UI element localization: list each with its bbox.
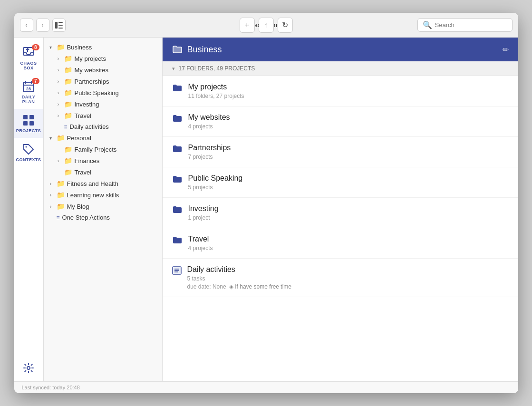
daily-plan-badge: 7 (32, 78, 39, 84)
sidebar-item-daily-plan[interactable]: 7 28 DAILY PLAN (14, 75, 43, 109)
tree-item-finances[interactable]: › 📁 Finances (51, 155, 162, 166)
content-item-partnerships[interactable]: Partnerships 7 projects (163, 137, 518, 167)
folder-icon: 📁 (64, 77, 72, 85)
svg-rect-2 (58, 25, 63, 26)
content-item-investing[interactable]: Investing 1 project (163, 198, 518, 228)
folder-icon (172, 145, 183, 155)
folder-icon: 📁 (57, 134, 65, 142)
tree-item-travel-biz[interactable]: › 📁 Travel (51, 110, 162, 121)
chevron-right-icon: › (55, 112, 62, 119)
content-item-body: Partnerships 7 projects (188, 144, 509, 160)
folder-icon: 📁 (64, 66, 72, 74)
chevron-down-icon: ▾ (48, 135, 54, 141)
tree-group-business-header[interactable]: ▾ 📁 Business (44, 41, 162, 53)
tree-item-fitness[interactable]: › 📁 Fitness and Health (44, 178, 162, 189)
partnerships-label: Partnerships (75, 78, 158, 85)
learning-label: Learning new skills (67, 192, 158, 199)
tree-item-my-projects[interactable]: › 📁 My projects (51, 53, 162, 64)
travel-biz-label: Travel (75, 112, 158, 119)
chevron-right-icon: › (48, 203, 54, 210)
chevron-right-icon: › (55, 55, 62, 62)
sidebar-toggle-button[interactable] (52, 19, 66, 32)
folder-icon (172, 236, 183, 247)
item-meta: 1 project (188, 214, 509, 221)
forward-button[interactable]: › (36, 19, 49, 32)
folder-icon (172, 175, 183, 186)
content-item-my-websites[interactable]: My websites 4 projects (163, 106, 518, 137)
content-item-travel[interactable]: Travel 4 projects (163, 228, 518, 259)
content-item-daily-activities[interactable]: Daily activities 5 tasks due date: None … (163, 259, 518, 297)
tree-item-my-blog[interactable]: › 📁 My Blog (44, 201, 162, 212)
sidebar-item-contexts[interactable]: CONTEXTS (14, 138, 43, 167)
tree-group-personal-header[interactable]: ▾ 📁 Personal (44, 132, 162, 144)
folder-icon: 📁 (64, 168, 72, 176)
tree-item-travel-per[interactable]: › 📁 Travel (51, 166, 162, 178)
tag-icon (22, 143, 35, 156)
tree-item-learning[interactable]: › 📁 Learning new skills (44, 189, 162, 201)
edit-button[interactable]: ✏ (503, 45, 509, 54)
status-bar: Last synced: today 20:48 (14, 381, 518, 393)
content-header: Business ✏ (163, 38, 518, 61)
grid-icon (22, 114, 35, 127)
list-icon: ≡ (64, 124, 68, 130)
tree-group-personal: ▾ 📁 Personal › 📁 Family Projects › 📁 Fin… (44, 132, 162, 178)
header-folder-icon (172, 44, 183, 55)
add-button[interactable]: + (240, 18, 255, 33)
daily-activities-label: Daily activities (70, 123, 158, 130)
sidebar-item-chaos-box[interactable]: 8 CHAOS BOX (14, 41, 43, 75)
share-button[interactable]: ↑ (259, 18, 274, 33)
chevron-right-icon: › (55, 157, 62, 164)
my-websites-label: My websites (75, 67, 158, 74)
business-label: Business (67, 44, 92, 51)
tasks-count: 5 tasks (187, 275, 205, 282)
refresh-button[interactable]: ↻ (278, 18, 293, 33)
investing-label: Investing (75, 101, 158, 108)
folder-icon: 📁 (64, 100, 72, 108)
item-title: My websites (188, 113, 509, 122)
chevron-right-icon: › (48, 180, 54, 187)
item-title: Public Speaking (188, 174, 509, 183)
tree-item-one-step[interactable]: › ≡ One Step Actions (44, 212, 162, 223)
item-title: Daily activities (187, 265, 509, 274)
content-item-body: Investing 1 project (188, 204, 509, 221)
chevron-right-icon: › (48, 192, 54, 198)
search-input[interactable] (435, 21, 507, 29)
folder-count: 17 FOLDERS, 49 PROJECTS (179, 65, 255, 72)
public-speaking-label: Public Speaking (75, 89, 158, 97)
svg-rect-3 (58, 28, 63, 29)
tree-item-daily-activities[interactable]: › ≡ Daily activities (51, 121, 162, 132)
item-title: Partnerships (188, 144, 509, 152)
search-bar[interactable]: 🔍 (417, 18, 513, 32)
tree-item-partnerships[interactable]: › 📁 Partnerships (51, 76, 162, 87)
tree-item-family-projects[interactable]: › 📁 Family Projects (51, 144, 162, 155)
folder-icon: 📁 (57, 43, 65, 51)
chevron-right-icon: › (55, 78, 62, 85)
content-item-body: Travel 4 projects (188, 235, 509, 251)
item-meta: 4 projects (188, 245, 509, 251)
content-item-body: My projects 11 folders, 27 projects (188, 83, 509, 99)
main-area: 8 CHAOS BOX 7 28 DAILY PLAN (14, 38, 518, 381)
folder-icon: 📁 (64, 145, 72, 153)
collapse-icon[interactable]: ▾ (172, 66, 175, 72)
chaos-box-label: CHAOS BOX (16, 61, 41, 70)
tree-item-investing[interactable]: › 📁 Investing (51, 98, 162, 110)
contexts-label: CONTEXTS (16, 157, 41, 162)
one-step-label: One Step Actions (62, 214, 158, 221)
due-date-value: None (213, 283, 226, 290)
chevron-right-icon: › (55, 101, 62, 107)
content-item-public-speaking[interactable]: Public Speaking 5 projects (163, 167, 518, 198)
settings-button[interactable] (23, 362, 34, 376)
item-meta: 5 tasks (187, 275, 509, 282)
sidebar-item-projects[interactable]: PROJECTS (14, 109, 43, 138)
back-button[interactable]: ‹ (20, 19, 33, 32)
folder-icon (172, 114, 183, 125)
tag-label: ◈ If have some free time (228, 283, 291, 290)
item-title: Travel (188, 235, 509, 243)
svg-rect-1 (58, 22, 63, 23)
tree-item-public-speaking[interactable]: › 📁 Public Speaking (51, 87, 162, 98)
family-projects-label: Family Projects (75, 146, 158, 153)
chevron-right-icon: › (55, 67, 62, 73)
content-item-my-projects[interactable]: My projects 11 folders, 27 projects (163, 76, 518, 106)
svg-rect-14 (29, 121, 34, 126)
tree-item-my-websites[interactable]: › 📁 My websites (51, 64, 162, 76)
